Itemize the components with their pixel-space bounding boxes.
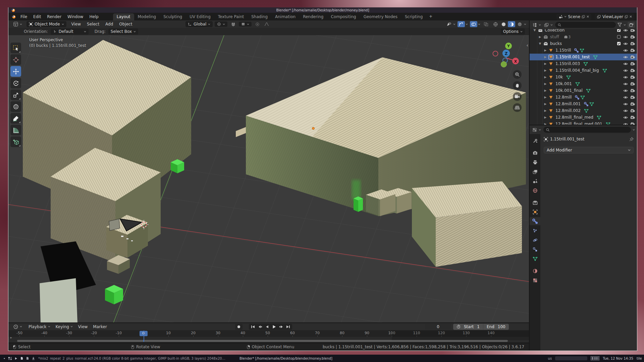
hide-in-viewport-eye-icon[interactable]: [623, 82, 628, 86]
gizmo-axis-negx[interactable]: [493, 51, 498, 56]
timeline-menu-playback[interactable]: Playback: [26, 324, 53, 329]
properties-search-input[interactable]: [551, 128, 628, 132]
shading-rendered-icon[interactable]: [516, 21, 523, 27]
hide-in-viewport-eye-icon[interactable]: [623, 75, 628, 79]
properties-tab-world[interactable]: [530, 186, 540, 194]
properties-tab-constraints[interactable]: [530, 245, 540, 253]
keyboard-layout-indicator[interactable]: us: [548, 357, 552, 360]
timeline-editor-type-button[interactable]: [11, 324, 24, 330]
timeline-menu-view[interactable]: View: [75, 324, 90, 329]
hide-in-viewport-eye-icon[interactable]: [623, 62, 628, 66]
pager-icon[interactable]: [8, 357, 12, 360]
close-icon[interactable]: [586, 15, 589, 18]
disable-in-renders-camera-icon[interactable]: [630, 55, 635, 59]
menu-file[interactable]: File: [17, 14, 30, 19]
hide-in-viewport-eye-icon[interactable]: [623, 96, 628, 99]
expand-arrow-icon[interactable]: ▶: [538, 35, 542, 39]
channel-expander-icon[interactable]: ▸: [10, 336, 12, 339]
add-workspace-button[interactable]: +: [426, 13, 435, 20]
disable-in-renders-camera-icon[interactable]: [630, 49, 635, 52]
taskbar-window-gimp[interactable]: *mix2_repeat_2_plus_normal.xcf-24.0 (RGB…: [38, 357, 226, 360]
workspace-tab-shading[interactable]: Shading: [248, 13, 271, 20]
timeline-menu-keying[interactable]: Keying: [53, 324, 75, 329]
chevron-down-icon[interactable]: [245, 326, 247, 327]
viewport-menu-select[interactable]: Select: [84, 22, 102, 26]
download-arrow-icon[interactable]: [32, 357, 35, 360]
pin-icon[interactable]: [629, 137, 634, 141]
scrollbar-handle[interactable]: [17, 340, 508, 342]
properties-tab-output[interactable]: [530, 158, 540, 166]
xray-toggle-icon[interactable]: [482, 21, 490, 27]
expand-arrow-icon[interactable]: ▶: [544, 69, 547, 72]
outliner-row-1-15trill-004-final-big[interactable]: ▶1.15trill.004_final_big: [530, 67, 637, 74]
outliner-row-stuff[interactable]: ▶stuff3: [530, 34, 637, 40]
workspace-tab-geometry-nodes[interactable]: Geometry Nodes: [360, 13, 401, 20]
file-icon[interactable]: [20, 357, 23, 360]
origin-dot[interactable]: [312, 127, 315, 130]
properties-tab-physics[interactable]: [530, 236, 540, 244]
scene-selector[interactable]: Scene: [556, 14, 591, 20]
blender-menu-logo-icon[interactable]: [11, 14, 16, 19]
orientation-dropdown[interactable]: Default: [51, 28, 89, 35]
workspace-tab-uv-editing[interactable]: UV Editing: [186, 13, 214, 20]
disable-in-renders-camera-icon[interactable]: [630, 122, 635, 125]
disable-in-renders-camera-icon[interactable]: [630, 82, 635, 86]
mode-selector[interactable]: Object Mode: [26, 21, 66, 27]
falloff-curve-icon[interactable]: [263, 21, 270, 27]
expand-arrow-icon[interactable]: ▶: [544, 62, 547, 65]
expand-arrow-icon[interactable]: ▶: [544, 55, 547, 59]
disable-in-renders-camera-icon[interactable]: [630, 89, 635, 93]
expand-arrow-icon[interactable]: ▶: [544, 96, 547, 99]
shading-solid-icon[interactable]: [500, 21, 507, 27]
add-modifier-dropdown[interactable]: Add Modifier: [544, 147, 634, 154]
hide-in-viewport-eye-icon[interactable]: [623, 49, 628, 52]
tray-meter-icon[interactable]: [591, 356, 599, 360]
playhead-line[interactable]: [144, 330, 144, 340]
checkbox-checked-icon[interactable]: [617, 29, 621, 32]
properties-tab-particles[interactable]: [530, 227, 540, 235]
tool-measure-button[interactable]: [10, 125, 21, 135]
show-object-types-icon[interactable]: [445, 21, 452, 27]
previous-keyframe-button[interactable]: [257, 324, 263, 329]
expand-arrow-icon[interactable]: ▶: [544, 82, 547, 85]
menu-dot-icon[interactable]: •: [3, 357, 5, 360]
outliner-row-bucks[interactable]: ▼bucks: [530, 40, 637, 47]
properties-tab-view-layer[interactable]: [530, 168, 540, 176]
properties-tab-tool[interactable]: [530, 137, 540, 145]
workspace-tab-scripting[interactable]: Scripting: [401, 13, 426, 20]
jump-to-end-button[interactable]: [285, 324, 291, 329]
money-stack-right[interactable]: [412, 181, 522, 267]
viewport-menu-object[interactable]: Object: [116, 22, 135, 26]
outliner-row-collection[interactable]: ▼Collection: [530, 29, 637, 34]
close-icon[interactable]: [629, 15, 632, 18]
taskbar-clock[interactable]: Tue, 12 Nov 14:35: [603, 357, 633, 360]
disable-in-renders-camera-icon[interactable]: [630, 116, 635, 119]
workspace-tab-rendering[interactable]: Rendering: [299, 13, 327, 20]
outliner-display-mode-button[interactable]: [543, 22, 553, 28]
disable-in-renders-camera-icon[interactable]: [630, 42, 635, 46]
viewport-menu-view[interactable]: View: [68, 22, 84, 26]
shading-material-preview-icon[interactable]: [508, 21, 515, 27]
menu-help[interactable]: Help: [86, 14, 101, 19]
tool-move-button[interactable]: [10, 66, 21, 77]
hide-in-viewport-eye-icon[interactable]: [623, 122, 628, 125]
play-reverse-button[interactable]: [264, 324, 270, 329]
menu-window[interactable]: Window: [64, 14, 86, 19]
transform-orientation-selector[interactable]: Global: [185, 21, 213, 27]
tool-select-box-button[interactable]: [10, 43, 21, 53]
drag-dropdown[interactable]: Select Box: [108, 28, 138, 35]
taskbar-window-blender[interactable]: Blender* [/home/amalie/Desktop/blender/m…: [239, 357, 332, 360]
expand-arrow-icon[interactable]: ▶: [544, 116, 547, 119]
properties-search[interactable]: [543, 127, 631, 133]
checkbox-checked-icon[interactable]: [617, 42, 621, 46]
expand-arrow-icon[interactable]: ▶: [544, 102, 547, 106]
viewport-canvas[interactable]: [8, 35, 529, 322]
disable-in-renders-camera-icon[interactable]: [630, 29, 635, 32]
outliner-row-12-8mill-002[interactable]: ▶12.8mill.002: [530, 107, 637, 114]
properties-tab-texture[interactable]: [530, 276, 540, 284]
launcher-arrow-icon[interactable]: [15, 357, 17, 360]
properties-tab-object[interactable]: [530, 208, 540, 216]
tool-scale-button[interactable]: [10, 89, 21, 100]
new-collection-button[interactable]: [628, 22, 635, 28]
expand-arrow-icon[interactable]: ▶: [544, 109, 547, 112]
